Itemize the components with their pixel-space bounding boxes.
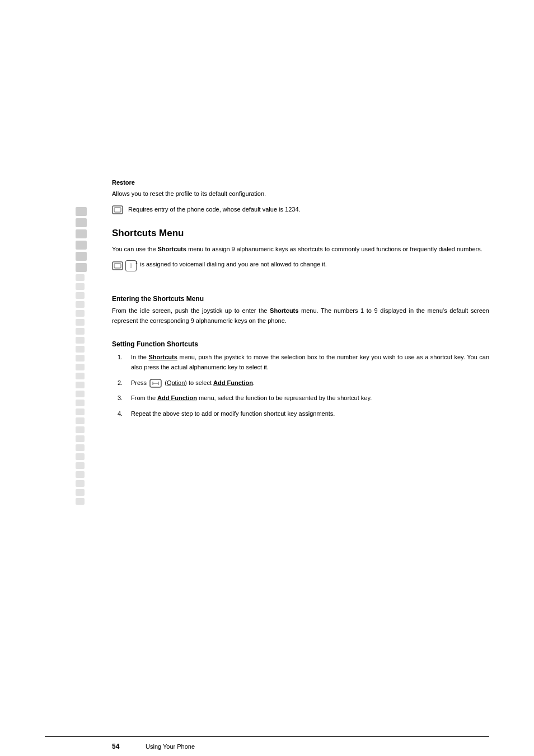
shortcuts-menu-section: Shortcuts Menu You can use the Shortcuts… xyxy=(112,228,489,278)
voicemail-note-text: is assigned to voicemail dialing and you… xyxy=(140,260,327,270)
step-3-num: 3. xyxy=(118,393,127,403)
tab-mark-sm xyxy=(76,364,85,370)
tab-mark-sm xyxy=(76,310,85,317)
tab-mark-sm xyxy=(76,408,85,415)
tab-mark-sm xyxy=(76,453,85,460)
entering-heading: Entering the Shortcuts Menu xyxy=(112,295,489,303)
restore-title: Restore xyxy=(112,179,489,186)
tab-mark-sm xyxy=(76,274,85,281)
setting-shortcuts-section: Setting Function Shortcuts 1. In the Sho… xyxy=(112,331,489,424)
num1-icon:  1 xyxy=(125,260,137,271)
tab-mark-sm xyxy=(76,426,85,433)
tab-mark-sm xyxy=(76,328,85,335)
option-underline: Option xyxy=(167,379,185,386)
step-1: 1. In the Shortcuts menu, push the joyst… xyxy=(118,353,489,372)
restore-note-text: Requires entry of the phone code, whose … xyxy=(128,205,301,214)
tab-mark-sm xyxy=(76,471,85,478)
step-2: 2. Press (Option) to select Add Function… xyxy=(118,378,489,388)
shortcuts-underline: Shortcuts xyxy=(149,354,177,360)
tab-mark-sm xyxy=(76,417,85,424)
note-icon xyxy=(112,205,125,214)
svg-rect-3 xyxy=(114,264,121,268)
tab-mark-sm xyxy=(76,346,85,353)
step-3: 3. From the Add Function menu, select th… xyxy=(118,393,489,403)
step-4-text: Repeat the above step to add or modify f… xyxy=(131,409,489,419)
tab-mark-sm xyxy=(76,382,85,388)
restore-note: Requires entry of the phone code, whose … xyxy=(112,205,489,214)
phone-small-icon xyxy=(112,261,123,270)
entering-text: From the idle screen, push the joystick … xyxy=(112,306,489,326)
tab-mark-sm xyxy=(76,373,85,379)
voicemail-icon-group:  1 xyxy=(112,260,137,271)
shortcuts-intro: You can use the Shortcuts menu to assign… xyxy=(112,245,489,255)
page-number: 54 xyxy=(112,743,134,750)
tab-mark xyxy=(76,252,87,261)
shortcuts-bold-2: Shortcuts xyxy=(270,307,298,314)
tab-mark-sm xyxy=(76,301,85,308)
step-1-text: In the Shortcuts menu, push the joystick… xyxy=(131,353,489,372)
shortcuts-bold: Shortcuts xyxy=(158,246,186,252)
restore-description: Allows you to reset the profile to its d… xyxy=(112,189,489,199)
step-2-num: 2. xyxy=(118,378,127,388)
voicemail-note:  1 is assigned to voicemail dialing and… xyxy=(112,260,489,271)
footer-text: Using Your Phone xyxy=(146,743,195,750)
shortcuts-menu-heading: Shortcuts Menu xyxy=(112,228,489,239)
option-button-icon xyxy=(149,379,162,388)
tab-mark-sm xyxy=(76,435,85,442)
tab-mark-sm xyxy=(76,400,85,406)
num1-superscript: 1 xyxy=(135,258,138,268)
tab-mark-sm xyxy=(76,462,85,469)
tab-mark-sm xyxy=(76,283,85,290)
press-label: Press xyxy=(131,379,148,386)
left-tab-marks xyxy=(76,207,87,505)
setting-heading: Setting Function Shortcuts xyxy=(112,340,489,348)
tab-mark-sm xyxy=(76,319,85,326)
svg-rect-1 xyxy=(114,208,121,212)
tab-mark-sm xyxy=(76,292,85,299)
option-text: (Option) to select Add Function. xyxy=(165,379,255,386)
tab-mark-sm xyxy=(76,337,85,344)
tab-mark-sm xyxy=(76,498,85,505)
top-spacer xyxy=(112,22,489,179)
tab-mark-sm xyxy=(76,489,85,496)
tab-mark-sm xyxy=(76,444,85,451)
tab-mark xyxy=(76,229,87,238)
tab-mark xyxy=(76,207,87,216)
tab-mark xyxy=(76,263,87,272)
step-1-num: 1. xyxy=(118,353,127,372)
add-function-bold: Add Function xyxy=(213,379,253,386)
tab-mark-sm xyxy=(76,391,85,397)
restore-section: Restore Allows you to reset the profile … xyxy=(112,179,489,214)
step-4: 4. Repeat the above step to add or modif… xyxy=(118,409,489,419)
tab-mark-sm xyxy=(76,355,85,361)
entering-section: Entering the Shortcuts Menu From the idl… xyxy=(112,286,489,331)
tab-mark xyxy=(76,241,87,250)
phone-note-icon xyxy=(112,205,123,214)
steps-list: 1. In the Shortcuts menu, push the joyst… xyxy=(118,353,489,419)
step-2-text: Press (Option) to select Add Function. xyxy=(131,378,489,388)
tab-mark xyxy=(76,218,87,227)
add-function-ref: Add Function xyxy=(157,395,197,401)
page-footer: 54 Using Your Phone xyxy=(45,736,489,756)
step-4-num: 4. xyxy=(118,409,127,419)
tab-mark-sm xyxy=(76,480,85,487)
step-3-text: From the Add Function menu, select the f… xyxy=(131,393,489,403)
page: Restore Allows you to reset the profile … xyxy=(0,0,534,756)
